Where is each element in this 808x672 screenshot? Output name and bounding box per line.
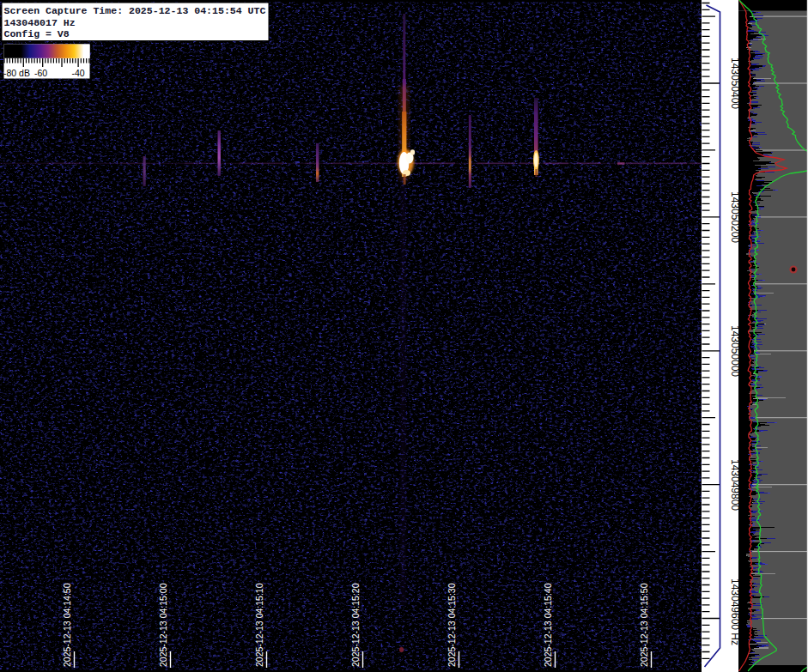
svg-text:2025-12-13 04:15:10: 2025-12-13 04:15:10 (254, 583, 264, 667)
svg-text:2025-12-13 04:15:30: 2025-12-13 04:15:30 (447, 583, 457, 667)
svg-text:Screen Capture Time: 2025-12-1: Screen Capture Time: 2025-12-13 04:15:54… (4, 5, 266, 16)
svg-text:Config = V8: Config = V8 (4, 28, 70, 39)
svg-text:2025-12-13 04:15:50: 2025-12-13 04:15:50 (639, 583, 649, 667)
svg-text:2025-12-13 04:14:50: 2025-12-13 04:14:50 (62, 583, 72, 667)
svg-text:-40: -40 (72, 68, 85, 78)
svg-text:2025-12-13 04:15:00: 2025-12-13 04:15:00 (158, 583, 168, 667)
svg-text:2025-12-13 04:15:20: 2025-12-13 04:15:20 (350, 583, 361, 667)
svg-text:2025-12-13 04:15:40: 2025-12-13 04:15:40 (543, 583, 553, 667)
svg-text:143048017 Hz: 143048017 Hz (4, 17, 76, 28)
svg-text:-60: -60 (34, 68, 47, 78)
svg-text:-80 dB: -80 dB (3, 68, 30, 78)
